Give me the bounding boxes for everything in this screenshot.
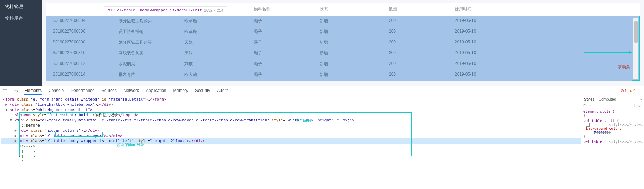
tab-elements[interactable]: Elements — [24, 88, 42, 95]
tooltip-selector: div.el-table__body-wrapper.is-scroll-lef… — [108, 8, 202, 12]
warning-icon: ▲ — [629, 89, 633, 93]
device-toggle-icon[interactable]: ▭ — [14, 88, 18, 94]
col-header: 物料名称 — [254, 6, 320, 12]
tab-network[interactable]: Network — [124, 88, 139, 93]
scrollbar-thumb[interactable] — [634, 21, 638, 43]
more-icon[interactable]: ⋮ — [637, 88, 641, 93]
annotation-label-dom: 监听的dom对象 — [116, 142, 145, 148]
sidebar-item-material-stock[interactable]: 物料库存 — [0, 12, 42, 24]
dom-node[interactable]: <legend style="font-weight: bold;">物料使用记… — [1, 112, 581, 118]
inspect-tooltip: div.el-table__body-wrapper.is-scroll-lef… — [104, 6, 227, 14]
tab-audits[interactable]: Audits — [217, 88, 228, 93]
tab-security[interactable]: Security — [195, 88, 210, 93]
elements-tree[interactable]: <form class="el-form shang-detail-whiteb… — [0, 95, 582, 161]
dom-node[interactable]: ▼ <div class="el-table familyDataDetail … — [1, 118, 581, 123]
col-header: 数量 — [389, 6, 455, 12]
dom-node[interactable]: ▼ <div class="whitebg box expendList"> — [1, 107, 581, 112]
col-header: 使用时间 — [455, 6, 517, 12]
dom-node[interactable]: ▶ <div class="linechartBox whitebg box">… — [1, 102, 581, 107]
dom-node-selected[interactable]: ▶ <div class="el-table__body-wrapper is-… — [1, 138, 581, 144]
styles-panel: Styles Computed » :hov .cls + element.st… — [582, 95, 644, 161]
dom-comment[interactable]: <!----> — [1, 144, 581, 149]
scrollbar-highlight — [632, 16, 640, 81]
table-row[interactable]: SJ190227000806员工快餐报销欧草鹿绳子新增2002019-05-10 — [46, 26, 640, 37]
table-body[interactable]: SJ190227000804划分区域工具购买欧草鹿绳子新增2002019-05-… — [46, 16, 640, 81]
property-checkbox[interactable] — [586, 123, 590, 127]
col-header: 状态 — [320, 6, 389, 12]
styles-filter-input[interactable] — [583, 104, 631, 108]
dom-pseudo[interactable]: ::before — [1, 123, 581, 128]
color-swatch-icon[interactable] — [591, 131, 594, 134]
scrollbar-annotation: 滚动条 — [618, 64, 630, 70]
sidebar-item-material-mgmt[interactable]: 物料管理 — [0, 1, 42, 12]
side-tab-computed[interactable]: Computed — [599, 97, 616, 101]
inspect-icon[interactable]: ⬚ — [3, 88, 7, 94]
table-row[interactable]: SJ190227000814批发育苗欧大璐绳子新增2002019-05-10 — [46, 69, 640, 80]
tab-memory[interactable]: Memory — [173, 88, 188, 93]
devtools-tabs: Elements Console Performance Sources Net… — [24, 88, 229, 93]
tab-performance[interactable]: Performance — [71, 88, 95, 93]
dom-node[interactable]: ▶ <div class="el-table__header-wrapper">… — [1, 133, 581, 138]
table-row[interactable]: SJ190227000808划分区域工具购买天妹绳子新增2002019-05-1… — [46, 37, 640, 48]
dom-comment[interactable]: <!----> — [1, 154, 581, 159]
error-count-badge[interactable]: ⊗1 — [621, 88, 627, 93]
dom-comment[interactable]: <!----> — [1, 149, 581, 154]
warning-count-badge[interactable]: ▲5 — [629, 89, 635, 93]
tab-application[interactable]: Application — [146, 88, 166, 93]
more-tabs-icon[interactable]: » — [640, 97, 642, 101]
main-content: div.el-table__body-wrapper.is-scroll-lef… — [42, 0, 644, 86]
css-rules[interactable]: element.style { } .el-table .cell {<styl… — [582, 109, 644, 144]
tooltip-dimensions: 1632 × 214 — [204, 8, 223, 12]
table-row[interactable]: SJ190227000804划分区域工具购买欧草鹿绳子新增2002019-05-… — [46, 16, 640, 26]
error-icon: ⊗ — [621, 88, 624, 93]
table-row[interactable]: SJ190227000810网线装备购买天妹绳子新增2002019-05-10 — [46, 48, 640, 59]
annotation-label-table: 整个table — [295, 118, 311, 123]
material-table: 负责人 物料名称 状态 数量 使用时间 SJ190227000804划分区域工具… — [46, 3, 640, 81]
hov-toggle[interactable]: :hov — [633, 104, 641, 108]
devtools-toolbar: ⬚ ▭ Elements Console Performance Sources… — [0, 86, 644, 95]
tab-sources[interactable]: Sources — [102, 88, 117, 93]
table-row[interactable]: SJ190227000812水泥购买刘威绳子新增2002019-05-10 — [46, 59, 640, 69]
annotation-arrow-icon — [584, 52, 632, 53]
dom-node[interactable]: <form class="el-form shang-detail-whiteb… — [1, 97, 581, 102]
side-tab-styles[interactable]: Styles — [584, 97, 594, 101]
cls-toggle[interactable]: .cls — [643, 104, 644, 108]
tab-console[interactable]: Console — [49, 88, 64, 93]
devtools-panel: ⬚ ▭ Elements Console Performance Sources… — [0, 86, 644, 161]
dom-node[interactable]: ▶ <div class="hidden-columns">…</div> — [1, 128, 581, 133]
dom-comment[interactable]: <!----> — [1, 159, 581, 161]
sidebar: 物料管理 物料库存 — [0, 0, 42, 86]
